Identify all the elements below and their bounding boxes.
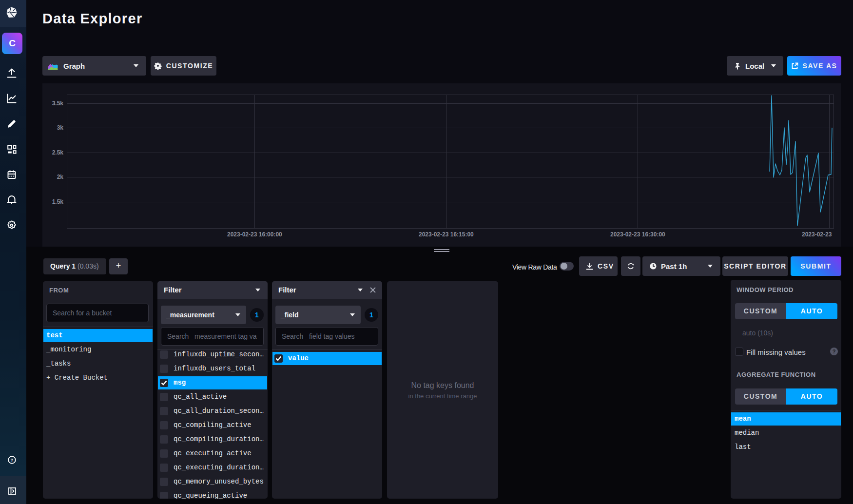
svg-text:?: ? — [11, 458, 14, 463]
